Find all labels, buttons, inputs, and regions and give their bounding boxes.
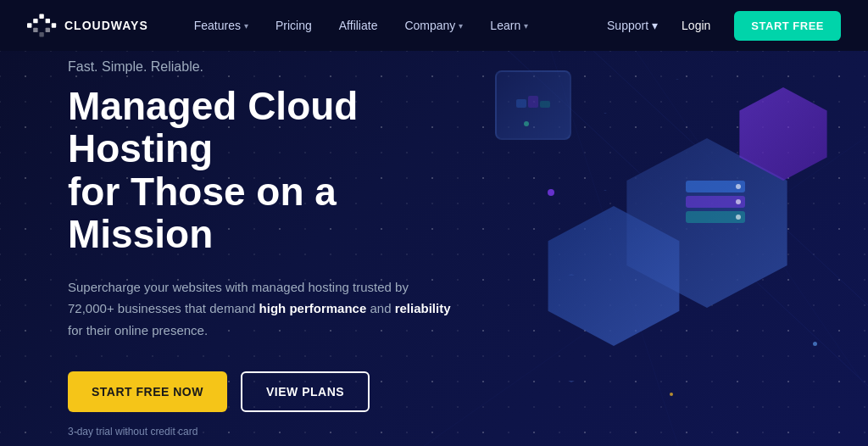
view-plans-button[interactable]: VIEW PLANS — [241, 371, 370, 412]
nav-right: Support ▾ Login START FREE — [607, 11, 841, 41]
nav-support[interactable]: Support ▾ — [607, 19, 658, 32]
dot-yellow — [670, 393, 673, 396]
logo[interactable]: CLOUDWAYS — [27, 14, 148, 37]
nav-company[interactable]: Company ▾ — [392, 12, 475, 39]
nav-pricing[interactable]: Pricing — [264, 12, 324, 39]
svg-rect-15 — [540, 101, 550, 108]
svg-rect-0 — [27, 23, 31, 27]
svg-rect-3 — [46, 19, 50, 23]
hex-inner-content — [660, 164, 771, 248]
nav-learn[interactable]: Learn ▾ — [478, 12, 540, 39]
svg-rect-14 — [528, 96, 538, 108]
company-chevron-icon: ▾ — [459, 21, 463, 31]
svg-rect-1 — [33, 19, 37, 23]
nav-login[interactable]: Login — [671, 14, 721, 37]
hero-graphic — [495, 70, 868, 426]
support-chevron-icon: ▾ — [652, 19, 658, 32]
svg-rect-5 — [33, 28, 37, 32]
nav-features[interactable]: Features ▾ — [182, 12, 260, 39]
brand-name: CLOUDWAYS — [64, 19, 148, 32]
nav-affiliate[interactable]: Affiliate — [327, 12, 390, 39]
dot-blue — [813, 342, 817, 346]
svg-rect-4 — [52, 23, 56, 27]
learn-chevron-icon: ▾ — [524, 21, 528, 31]
svg-point-20 — [736, 199, 741, 204]
svg-point-19 — [736, 184, 741, 189]
hero-section: Fast. Simple. Reliable. Managed Cloud Ho… — [0, 51, 868, 446]
hero-content: Fast. Simple. Reliable. Managed Cloud Ho… — [0, 59, 526, 438]
hero-title: Managed Cloud Hosting for Those on a Mis… — [68, 85, 458, 256]
dot-purple — [548, 189, 554, 196]
features-chevron-icon: ▾ — [244, 21, 248, 31]
start-free-now-button[interactable]: START FREE NOW — [68, 371, 227, 412]
trial-note: 3-day trial without credit card — [68, 426, 458, 438]
svg-rect-6 — [39, 32, 43, 36]
navbar: CLOUDWAYS Features ▾ Pricing Affiliate C… — [0, 0, 868, 51]
hero-description: Supercharge your websites with managed h… — [68, 276, 458, 342]
logo-icon — [27, 14, 58, 37]
svg-point-21 — [736, 215, 741, 220]
nav-start-free-button[interactable]: START FREE — [734, 11, 841, 41]
svg-rect-7 — [46, 28, 50, 32]
svg-rect-2 — [39, 14, 43, 19]
nav-links: Features ▾ Pricing Affiliate Company ▾ L… — [182, 12, 607, 39]
hero-buttons: START FREE NOW VIEW PLANS — [68, 371, 458, 412]
hero-tagline: Fast. Simple. Reliable. — [68, 59, 458, 75]
